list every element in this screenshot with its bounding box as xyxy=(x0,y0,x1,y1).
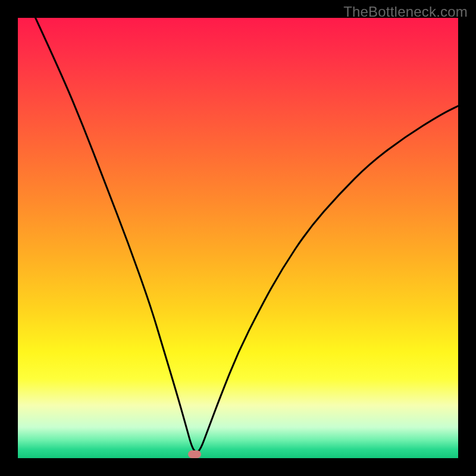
chart-plot-area xyxy=(18,18,458,458)
watermark-text: TheBottleneck.com xyxy=(343,4,468,20)
optimal-point-marker xyxy=(188,450,201,458)
bottleneck-curve xyxy=(18,18,458,458)
